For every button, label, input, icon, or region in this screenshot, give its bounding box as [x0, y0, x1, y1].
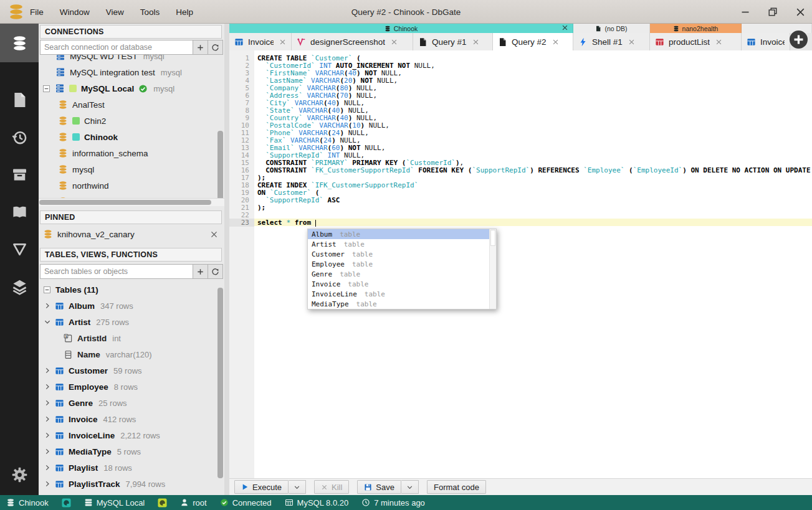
- menu-tools[interactable]: Tools: [140, 7, 160, 17]
- tab-invoice[interactable]: Invoice: [229, 33, 292, 50]
- chevron-down-icon[interactable]: [44, 318, 51, 326]
- autocomplete-item-genre[interactable]: Genretable: [308, 269, 496, 279]
- menu-window[interactable]: Window: [60, 7, 90, 17]
- autocomplete-item-mediatype[interactable]: MediaTypetable: [308, 299, 496, 309]
- close-tab-button[interactable]: [279, 39, 286, 45]
- tab-group-nano2health[interactable]: nano2health: [650, 24, 742, 33]
- connection-item-chin2[interactable]: Chin2: [39, 113, 224, 129]
- add-connection-button[interactable]: [193, 40, 208, 55]
- chevron-right-icon[interactable]: [44, 302, 51, 309]
- menu-view[interactable]: View: [106, 7, 124, 17]
- tab-query-2[interactable]: Query #2: [493, 33, 573, 50]
- rail-item-docs[interactable]: [0, 196, 39, 228]
- rail-item-plugins[interactable]: [0, 270, 39, 303]
- status-connection[interactable]: MySQL Local: [84, 498, 145, 508]
- tab-shell-1[interactable]: Shell #1: [573, 33, 650, 50]
- rail-item-history[interactable]: [0, 121, 39, 153]
- close-tab-button[interactable]: [628, 39, 635, 45]
- unpin-button[interactable]: [210, 230, 218, 238]
- rail-item-connections[interactable]: [0, 24, 39, 62]
- pinned-item-knihovna-v2-canary[interactable]: knihovna_v2_canary: [39, 225, 224, 243]
- status-user[interactable]: root: [180, 498, 206, 508]
- tab-productlist[interactable]: productList: [650, 33, 742, 50]
- table-item-album[interactable]: Album347 rows: [39, 298, 224, 314]
- rail-item-archive[interactable]: [0, 158, 39, 191]
- save-button[interactable]: Save: [357, 480, 401, 494]
- restore-button[interactable]: [767, 6, 778, 17]
- connection-item-chinook[interactable]: Chinook: [39, 129, 224, 145]
- autocomplete-item-invoice[interactable]: Invoicetable: [308, 279, 496, 289]
- panel-splitter[interactable]: [224, 24, 229, 495]
- tab-query-1[interactable]: Query #1: [413, 33, 493, 50]
- connection-item-mysql-integration-test[interactable]: MySQL integration testmysql: [39, 64, 224, 80]
- add-table-button[interactable]: [193, 264, 208, 279]
- connection-item-mysql-wd-test[interactable]: MySQL WD TESTmysql: [39, 55, 224, 64]
- table-item-playlisttrack[interactable]: PlaylistTrack7,994 rows: [39, 476, 224, 492]
- connection-item-mysql[interactable]: mysql: [39, 161, 224, 177]
- close-group-button[interactable]: [561, 24, 568, 31]
- connection-item-northwind[interactable]: northwind: [39, 177, 224, 194]
- column-item-artistid[interactable]: 1ArtistIdint: [39, 330, 224, 346]
- table-item-artist[interactable]: Artist275 rows: [39, 314, 224, 330]
- connection-item-information-schema[interactable]: information_schema: [39, 145, 224, 161]
- close-button[interactable]: [795, 6, 806, 17]
- autocomplete-item-invoiceline[interactable]: InvoiceLinetable: [308, 289, 496, 299]
- execute-dropdown-button[interactable]: [289, 480, 306, 494]
- autocomplete-scrollbar[interactable]: [489, 229, 496, 309]
- chevron-right-icon[interactable]: [44, 432, 51, 439]
- tab-group-no-db[interactable]: (no DB): [573, 24, 650, 33]
- rail-item-settings[interactable]: [0, 458, 39, 491]
- close-tab-button[interactable]: [472, 39, 479, 45]
- autocomplete-item-artist[interactable]: Artisttable: [308, 239, 496, 249]
- autocomplete-item-album[interactable]: Albumtable: [308, 229, 496, 239]
- chevron-right-icon[interactable]: [44, 383, 51, 390]
- chevron-right-icon[interactable]: [44, 464, 51, 471]
- refresh-connections-button[interactable]: [208, 40, 223, 55]
- save-dropdown-button[interactable]: [401, 480, 419, 494]
- close-tab-button[interactable]: [391, 39, 398, 45]
- tab-group-chinook[interactable]: Chinook: [229, 24, 573, 33]
- chevron-right-icon[interactable]: [44, 399, 51, 407]
- rail-item-files[interactable]: [0, 83, 39, 116]
- tables-search-input[interactable]: [40, 264, 193, 279]
- table-item-playlist[interactable]: Playlist18 rows: [39, 460, 224, 476]
- chevron-right-icon[interactable]: [44, 367, 51, 374]
- status-version[interactable]: MySQL 8.0.20: [285, 498, 349, 508]
- close-tab-button[interactable]: [715, 39, 722, 45]
- column-item-name[interactable]: Namevarchar(120): [39, 346, 224, 362]
- connections-horizontal-scrollbar[interactable]: [39, 198, 224, 206]
- chevron-right-icon[interactable]: [44, 480, 51, 488]
- connection-color-chip[interactable]: [158, 498, 167, 508]
- chevron-right-icon[interactable]: [44, 448, 51, 455]
- collapse-icon[interactable]: [42, 85, 50, 93]
- tab-invoice[interactable]: Invoice: [742, 33, 790, 50]
- autocomplete-item-customer[interactable]: Customertable: [308, 249, 496, 259]
- menu-file[interactable]: File: [30, 7, 44, 17]
- tab-designerscreenshot[interactable]: designerScreenshot: [292, 33, 413, 50]
- connection-item-analtest[interactable]: AnalTest: [39, 97, 224, 113]
- tables-group-row[interactable]: Tables (11): [39, 281, 224, 298]
- table-item-customer[interactable]: Customer59 rows: [39, 362, 224, 379]
- format-code-button[interactable]: Format code: [427, 480, 486, 494]
- refresh-tables-button[interactable]: [208, 264, 223, 279]
- status-last-used[interactable]: 7 minutes ago: [361, 498, 425, 508]
- connection-item-mysql-local[interactable]: MySQL Localmysql: [39, 80, 224, 97]
- execute-button[interactable]: Execute: [234, 480, 289, 494]
- table-item-genre[interactable]: Genre25 rows: [39, 395, 224, 411]
- connections-search-input[interactable]: [40, 40, 193, 55]
- tables-vertical-scrollbar[interactable]: [217, 288, 223, 478]
- chevron-right-icon[interactable]: [44, 415, 51, 423]
- table-item-employee[interactable]: Employee8 rows: [39, 379, 224, 395]
- status-connected[interactable]: Connected: [220, 498, 272, 508]
- table-item-invoiceline[interactable]: InvoiceLine2,212 rows: [39, 427, 224, 443]
- autocomplete-item-employee[interactable]: Employeetable: [308, 259, 496, 269]
- connections-vertical-scrollbar[interactable]: [217, 131, 223, 201]
- rail-item-query-designer[interactable]: [0, 233, 39, 265]
- kill-button[interactable]: Kill: [314, 480, 349, 494]
- table-item-mediatype[interactable]: MediaType5 rows: [39, 443, 224, 460]
- collapse-icon[interactable]: [43, 286, 51, 294]
- close-tab-button[interactable]: [552, 39, 559, 45]
- minimize-button[interactable]: [740, 6, 751, 17]
- database-color-chip[interactable]: [62, 498, 71, 508]
- menu-help[interactable]: Help: [176, 7, 193, 17]
